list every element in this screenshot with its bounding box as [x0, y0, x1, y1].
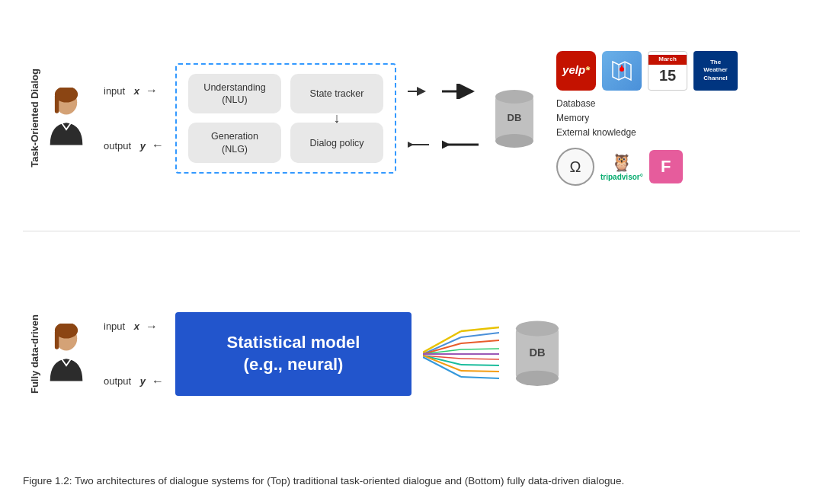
foursquare-icon: F — [649, 150, 683, 183]
divider — [23, 231, 800, 231]
top-diagram: input x → output y ← Understanding(NLU) … — [40, 15, 800, 222]
bottom-section: Fully data-driven input x → — [23, 241, 800, 467]
main-container: Task-Oriented Dialog inp — [0, 0, 823, 504]
top-section: Task-Oriented Dialog inp — [23, 15, 800, 222]
tripadvisor-icon: 🦉 tripadvisor° — [600, 153, 643, 181]
svg-line-32 — [461, 333, 499, 337]
arrow-nlu-to-tracker — [408, 84, 431, 99]
input-label-bottom: input x → — [104, 320, 164, 333]
arrow-policy-to-nlg — [408, 137, 431, 152]
arrow-to-db-top — [442, 84, 480, 99]
dashed-box: Understanding(NLU) State tracker ↓ Gener… — [175, 63, 396, 174]
statistical-model-box: Statistical model (e.g., neural) — [175, 312, 412, 396]
svg-line-39 — [461, 377, 499, 378]
arrow-from-db-bottom — [442, 137, 480, 152]
svg-rect-21 — [55, 330, 59, 349]
output-label-top: output y ← — [104, 139, 164, 152]
io-labels-bottom: input x → output y ← — [104, 320, 164, 388]
svg-line-37 — [461, 365, 499, 365]
wires-svg — [423, 324, 499, 384]
svg-line-36 — [461, 359, 499, 359]
bottom-diagram: input x → output y ← Statistical model (… — [40, 312, 800, 396]
weather-icon: TheWeatherChannel — [693, 51, 738, 91]
bottom-icons-row: Ω 🦉 tripadvisor° F — [556, 148, 683, 186]
svg-line-33 — [461, 340, 499, 343]
svg-point-13 — [495, 134, 533, 148]
svg-point-41 — [516, 321, 559, 336]
svg-line-38 — [461, 371, 499, 372]
svg-point-12 — [495, 90, 533, 104]
avatar-top — [40, 88, 92, 148]
db-top: DB — [492, 88, 537, 148]
wikipedia-icon: Ω — [556, 148, 594, 186]
map-icon — [602, 51, 642, 91]
svg-line-34 — [461, 349, 499, 349]
top-section-label: Task-Oriented Dialog — [23, 15, 40, 222]
svg-text:DB: DB — [529, 346, 545, 358]
db-bottom: DB — [511, 318, 564, 390]
bottom-section-label: Fully data-driven — [23, 314, 40, 394]
db-memory-text: Database Memory External knowledge — [556, 97, 636, 141]
avatar-bottom — [40, 324, 92, 384]
input-label-top: input x → — [104, 84, 164, 97]
nlu-box: Understanding(NLU) — [188, 74, 281, 114]
figure-caption: Figure 1.2: Two architectures of dialogu… — [23, 467, 800, 489]
svg-point-42 — [516, 370, 559, 385]
right-icons: yelp* — [549, 51, 800, 187]
calendar-icon: March 15 — [648, 51, 687, 91]
wires-container — [423, 324, 499, 384]
output-label-bottom: output y ← — [104, 375, 164, 388]
nlg-box: Generation(NLG) — [188, 123, 281, 163]
svg-rect-2 — [55, 94, 59, 113]
state-tracker-box: State tracker ↓ — [290, 74, 383, 114]
yelp-icon: yelp* — [556, 51, 596, 91]
io-labels-top: input x → output y ← — [104, 84, 164, 152]
svg-line-31 — [461, 327, 499, 331]
dialog-policy-box: Dialog policy — [290, 123, 383, 163]
svg-text:DB: DB — [508, 112, 522, 123]
top-icons-row: yelp* — [556, 51, 738, 91]
diagrams-area: Task-Oriented Dialog inp — [23, 15, 800, 467]
